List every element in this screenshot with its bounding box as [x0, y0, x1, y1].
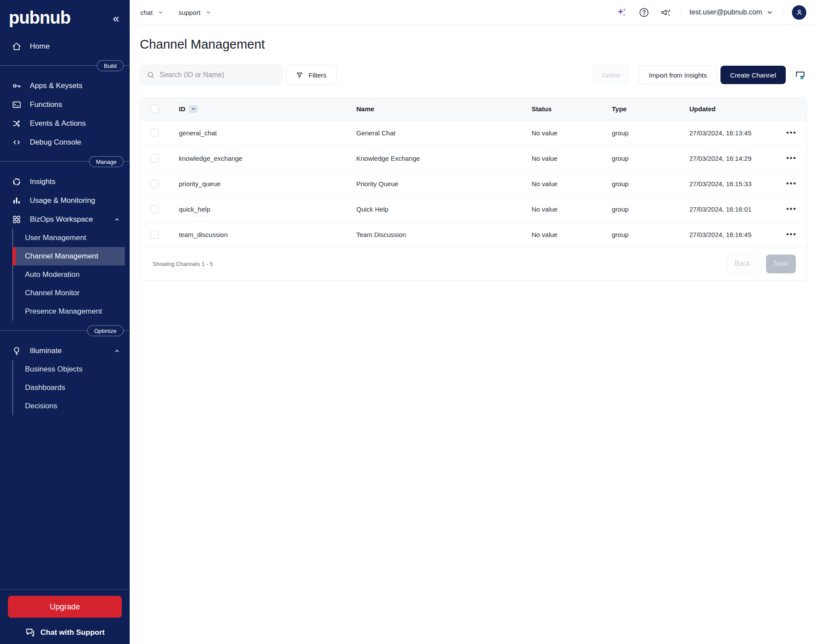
sidebar-item-user-management[interactable]: User Management [13, 229, 125, 247]
pagination-summary: Showing Channels 1 - 5 [153, 261, 213, 267]
row-actions-button[interactable]: ••• [784, 178, 799, 189]
sidebar-item-dashboards[interactable]: Dashboards [13, 379, 125, 397]
build-section-pill: Build [97, 60, 124, 71]
home-icon [11, 42, 22, 51]
next-button[interactable]: Next [766, 255, 796, 273]
cell-status: No value [525, 222, 605, 247]
app-selector[interactable]: chat [140, 9, 163, 16]
sidebar-item-label: Channel Management [25, 252, 98, 261]
row-actions-button[interactable]: ••• [784, 229, 799, 240]
build-section-divider: Build [0, 65, 130, 66]
row-actions-button[interactable]: ••• [784, 204, 799, 214]
collapse-sidebar-icon[interactable]: « [113, 11, 119, 24]
sidebar-nav: Home Build Apps & Keysets Functions Even… [0, 37, 130, 415]
sidebar-item-decisions[interactable]: Decisions [13, 397, 125, 415]
cell-status: No value [525, 145, 605, 171]
cell-status: No value [525, 171, 605, 196]
cell-type: group [605, 145, 682, 171]
cell-status: No value [525, 120, 605, 145]
sidebar-item-functions[interactable]: Functions [0, 95, 130, 114]
sidebar-item-debug-console[interactable]: Debug Console [0, 133, 130, 152]
cell-id: priority_queue [172, 171, 349, 196]
sidebar-item-channel-monitor[interactable]: Channel Monitor [13, 284, 125, 302]
sidebar-item-channel-management[interactable]: Channel Management [13, 247, 125, 265]
sidebar-item-bizops-workspace[interactable]: BizOps Workspace [0, 210, 130, 229]
keyset-selector-value: support [178, 9, 200, 16]
column-header-status: Status [525, 98, 605, 120]
chevron-up-icon[interactable] [114, 216, 120, 223]
sidebar-item-apps-keysets[interactable]: Apps & Keysets [0, 76, 130, 95]
row-checkbox[interactable] [150, 230, 159, 239]
cell-id: knowledge_exchange [172, 145, 349, 171]
sidebar-item-auto-moderation[interactable]: Auto Moderation [13, 265, 125, 284]
chevron-down-icon [158, 10, 163, 15]
cell-id: team_discussion [172, 222, 349, 247]
sidebar-item-home[interactable]: Home [0, 37, 130, 56]
cell-type: group [605, 171, 682, 196]
filter-funnel-icon [296, 71, 303, 79]
row-checkbox[interactable] [150, 180, 159, 188]
account-menu[interactable]: test.user@pubnub.com [689, 8, 773, 16]
sidebar-item-label: Debug Console [30, 138, 81, 147]
sidebar-item-label: Auto Moderation [25, 270, 80, 279]
channels-table-card: ID Name Status Type Updated [140, 98, 807, 281]
sidebar-item-label: Dashboards [25, 383, 65, 392]
insights-icon [11, 177, 22, 187]
table-row[interactable]: knowledge_exchange Knowledge Exchange No… [140, 145, 806, 171]
cell-name: Team Discussion [349, 222, 525, 247]
topbar-divider [681, 7, 681, 18]
column-settings-icon[interactable] [794, 68, 807, 81]
row-checkbox[interactable] [150, 129, 159, 137]
upgrade-button[interactable]: Upgrade [8, 596, 122, 618]
sort-ascending-icon[interactable] [189, 105, 198, 113]
sidebar-item-label: Presence Management [25, 307, 102, 316]
table-row[interactable]: team_discussion Team Discussion No value… [140, 222, 806, 247]
cell-updated: 27/03/2024, 16:16:01 [682, 196, 777, 222]
search-box [140, 65, 282, 85]
sidebar-item-label: Functions [30, 100, 62, 109]
chevron-up-icon[interactable] [114, 348, 120, 354]
sidebar-item-usage-monitoring[interactable]: Usage & Monitoring [0, 191, 130, 210]
sidebar-item-business-objects[interactable]: Business Objects [13, 360, 125, 379]
illuminate-submenu: Business Objects Dashboards Decisions [12, 360, 125, 415]
bar-chart-icon [11, 196, 22, 205]
cell-id: quick_help [172, 196, 349, 222]
sidebar-item-label: User Management [25, 234, 86, 242]
ai-sparkles-icon[interactable] [616, 7, 628, 18]
sidebar-item-illuminate[interactable]: Illuminate [0, 341, 130, 360]
row-actions-button[interactable]: ••• [784, 153, 799, 163]
sidebar-bottom: Upgrade Chat with Support [0, 589, 130, 644]
table-row[interactable]: priority_queue Priority Queue No value g… [140, 171, 806, 196]
sidebar-item-insights[interactable]: Insights [0, 172, 130, 191]
back-button[interactable]: Back [727, 255, 758, 273]
cell-name: Quick Help [349, 196, 525, 222]
row-checkbox[interactable] [150, 205, 159, 213]
keyset-selector[interactable]: support [178, 9, 211, 16]
user-avatar[interactable] [792, 5, 806, 20]
row-actions-button[interactable]: ••• [784, 127, 799, 138]
sidebar-item-label: Home [30, 42, 50, 51]
optimize-section-pill: Optimize [87, 325, 124, 336]
help-icon[interactable] [638, 7, 649, 18]
column-header-updated: Updated [682, 98, 777, 120]
code-brackets-icon [11, 138, 22, 147]
delete-button[interactable]: Delete [593, 66, 629, 84]
cell-updated: 27/03/2024, 16:15:33 [682, 171, 777, 196]
import-from-insights-button[interactable]: Import from Insights [639, 66, 717, 84]
create-channel-button[interactable]: Create Channel [720, 66, 786, 84]
sidebar-item-events-actions[interactable]: Events & Actions [0, 114, 130, 133]
table-row[interactable]: quick_help Quick Help No value group 27/… [140, 196, 806, 222]
table-row[interactable]: general_chat General Chat No value group… [140, 120, 806, 145]
cell-name: General Chat [349, 120, 525, 145]
search-input[interactable] [160, 71, 276, 79]
search-icon [146, 71, 155, 79]
chat-with-support-button[interactable]: Chat with Support [8, 627, 122, 638]
megaphone-icon[interactable] [660, 7, 671, 18]
select-all-checkbox[interactable] [150, 105, 159, 113]
cell-updated: 27/03/2024, 16:14:29 [682, 145, 777, 171]
row-checkbox[interactable] [150, 154, 159, 163]
sidebar-item-label: Events & Actions [30, 119, 86, 128]
filters-button[interactable]: Filters [286, 65, 337, 85]
sidebar-item-presence-management[interactable]: Presence Management [13, 302, 125, 321]
manage-section-pill: Manage [89, 156, 124, 167]
